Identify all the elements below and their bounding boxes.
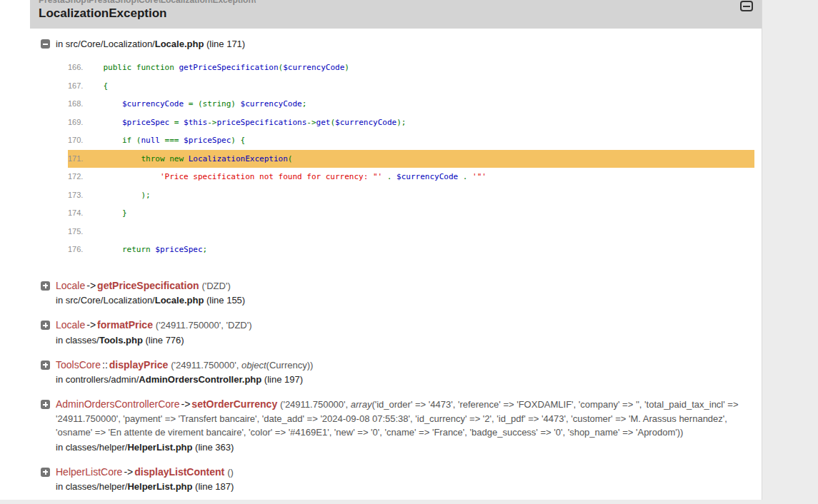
trace-args-em: array bbox=[351, 399, 372, 410]
trace-args: ('DZD') bbox=[201, 281, 230, 291]
exception-header: PrestaShop\PrestaShop\Core\Localization\… bbox=[30, 0, 762, 29]
trace-type: -> bbox=[85, 280, 97, 291]
trace-args-text: ('DZD') bbox=[201, 281, 230, 291]
trace-entry[interactable]: Locale->formatPrice ('24911.750000', 'DZ… bbox=[41, 318, 762, 346]
trace-class: Locale bbox=[56, 280, 85, 291]
code-line: 168. $currencyCode = (string) $currencyC… bbox=[68, 95, 754, 114]
trace-class: AdminOrdersControllerCore bbox=[56, 398, 180, 410]
trace-file-location: in classes/Tools.php (line 776) bbox=[56, 334, 747, 346]
expand-trace-toggle[interactable] bbox=[41, 400, 50, 409]
code-line: 172. 'Price specification not found for … bbox=[68, 168, 754, 186]
trace-content: HelperListCore->displayListContent () in… bbox=[56, 465, 762, 493]
collapse-panel-button[interactable] bbox=[740, 1, 753, 11]
trace-head[interactable]: in src/Core/Localization/Locale.php (lin… bbox=[41, 39, 754, 49]
line-number: 175. bbox=[68, 223, 82, 241]
trace-content: Locale->formatPrice ('24911.750000', 'DZ… bbox=[56, 318, 762, 346]
trace-entry[interactable]: AdminOrdersControllerCore->setOrderCurre… bbox=[41, 398, 762, 453]
trace-args-text: ('24911.750000', 'DZD') bbox=[156, 320, 252, 331]
trace-file-line: (line 187) bbox=[192, 481, 234, 492]
trace-file-location: in controllers/admin/AdminOrdersControll… bbox=[56, 373, 747, 385]
line-number: 171. bbox=[68, 150, 82, 168]
trace-entry[interactable]: Locale->getPriceSpecification ('DZD') in… bbox=[41, 279, 762, 307]
trace-type: -> bbox=[85, 319, 97, 331]
line-number: 173. bbox=[68, 186, 82, 204]
code-text: if (null === $priceSpec) { bbox=[84, 136, 245, 145]
line-number: 169. bbox=[68, 114, 82, 131]
trace-file-path: in classes/helper/ bbox=[56, 442, 127, 453]
code-text: return $priceSpec; bbox=[84, 245, 207, 254]
exception-page: PrestaShop\PrestaShop\Core\Localization\… bbox=[0, 0, 762, 500]
trace-title: Locale->getPriceSpecification ('DZD') bbox=[56, 279, 747, 293]
line-number: 176. bbox=[68, 241, 82, 258]
minus-square-icon bbox=[743, 6, 750, 7]
trace-args: ('24911.750000', object(Currency)) bbox=[171, 360, 313, 371]
trace-file-path: in src/Core/Localization/ bbox=[56, 295, 155, 306]
line-number: 166. bbox=[68, 59, 82, 76]
trace-args-text: () bbox=[227, 467, 234, 478]
trace-method: formatPrice bbox=[97, 319, 153, 331]
line-number: 172. bbox=[68, 168, 82, 186]
trace-args: ('24911.750000', 'DZD') bbox=[156, 320, 252, 331]
code-line: 176. return $priceSpec; bbox=[68, 241, 754, 259]
trace-method: displayListContent bbox=[134, 466, 224, 478]
trace-title: HelperListCore->displayListContent () bbox=[56, 465, 747, 480]
trace-title: Locale->formatPrice ('24911.750000', 'DZ… bbox=[56, 318, 747, 333]
trace-method: setOrderCurrency bbox=[191, 398, 277, 410]
code-line: 174. } bbox=[68, 204, 754, 223]
trace-class: Locale bbox=[56, 319, 85, 331]
code-text: 'Price specification not found for curre… bbox=[84, 172, 487, 181]
trace-head-location: in src/Core/Localization/Locale.php (lin… bbox=[56, 39, 245, 49]
code-text: ); bbox=[84, 191, 151, 200]
exception-namespace: PrestaShop\PrestaShop\Core\Localization\… bbox=[39, 0, 754, 5]
expand-trace-toggle[interactable] bbox=[41, 361, 50, 370]
code-excerpt: 166. public function getPriceSpecificati… bbox=[30, 59, 754, 259]
code-text: throw new LocalizationException( bbox=[84, 154, 292, 163]
exception-class-name: LocalizationException bbox=[39, 6, 754, 21]
trace-file-location: in src/Core/Localization/Locale.php (lin… bbox=[56, 294, 747, 306]
trace-args-em: object bbox=[241, 360, 266, 371]
code-line: 175. bbox=[68, 223, 754, 241]
trace-type: :: bbox=[101, 359, 109, 371]
trace-entry[interactable]: HelperListCore->displayListContent () in… bbox=[41, 465, 762, 493]
trace-file-name: HelperList.php bbox=[127, 442, 192, 453]
trace-method: getPriceSpecification bbox=[97, 280, 199, 291]
code-text: { bbox=[84, 81, 108, 91]
trace-method: displayPrice bbox=[109, 359, 169, 371]
trace-entry[interactable]: ToolsCore::displayPrice ('24911.750000',… bbox=[41, 358, 762, 386]
trace-title: ToolsCore::displayPrice ('24911.750000',… bbox=[56, 358, 747, 373]
code-text: public function getPriceSpecification($c… bbox=[84, 63, 349, 72]
trace-type: -> bbox=[180, 398, 192, 410]
trace-file-line: (line 197) bbox=[261, 374, 303, 385]
highlighted-code-line: 171. throw new LocalizationException( bbox=[68, 150, 754, 168]
expand-trace-toggle[interactable] bbox=[41, 281, 50, 291]
line-number: 170. bbox=[68, 131, 82, 149]
trace-file-location: in classes/helper/HelperList.php (line 3… bbox=[56, 441, 747, 453]
trace-file-line: (line 155) bbox=[204, 295, 245, 306]
trace-file-line: (line 776) bbox=[143, 335, 184, 346]
expand-trace-toggle[interactable] bbox=[41, 468, 50, 477]
stack-trace-list: Locale->getPriceSpecification ('DZD') in… bbox=[41, 279, 762, 493]
trace-content: Locale->getPriceSpecification ('DZD') in… bbox=[56, 279, 762, 307]
code-text: $priceSpec = $this->priceSpecifications-… bbox=[84, 118, 406, 127]
trace-args-text: ('24911.750000', bbox=[171, 360, 241, 371]
trace-file-name: Locale.php bbox=[155, 295, 204, 306]
trace-args-text: (Currency)) bbox=[266, 360, 314, 371]
line-number: 167. bbox=[68, 77, 82, 95]
trace-file-name: AdminOrdersController.php bbox=[139, 374, 261, 385]
trace-file-path: in controllers/admin/ bbox=[56, 374, 139, 385]
trace-file-path: in classes/helper/ bbox=[56, 481, 127, 492]
trace-head-file: Locale.php bbox=[155, 39, 204, 49]
code-line: 166. public function getPriceSpecificati… bbox=[68, 59, 754, 77]
collapse-trace-toggle[interactable] bbox=[41, 39, 50, 49]
trace-class: HelperListCore bbox=[56, 466, 122, 478]
trace-file-name: Tools.php bbox=[99, 335, 143, 346]
trace-args: () bbox=[227, 467, 234, 478]
code-line: 167. { bbox=[68, 77, 754, 96]
code-line: 169. $priceSpec = $this->priceSpecificat… bbox=[68, 114, 754, 132]
expand-trace-toggle[interactable] bbox=[41, 321, 50, 330]
trace-file-line: (line 363) bbox=[192, 442, 234, 453]
code-text: $currencyCode = (string) $currencyCode; bbox=[84, 99, 306, 109]
trace-head-line: (line 171) bbox=[204, 39, 245, 49]
code-line: 173. ); bbox=[68, 186, 754, 205]
trace-content: AdminOrdersControllerCore->setOrderCurre… bbox=[56, 398, 762, 453]
